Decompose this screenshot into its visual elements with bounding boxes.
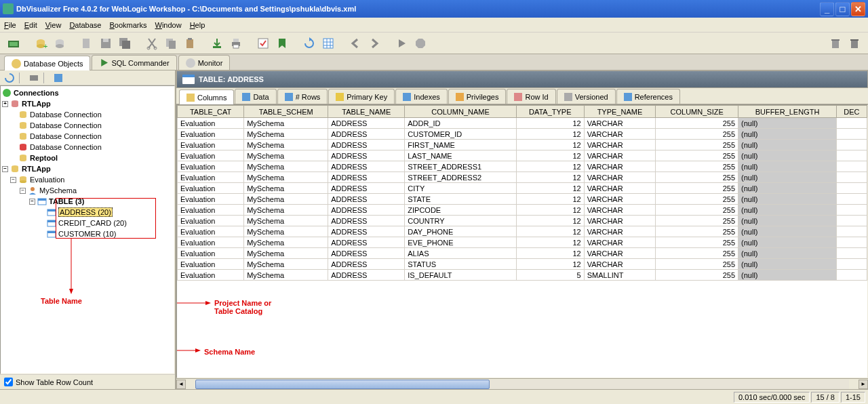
table-row[interactable]: EvaluationMySchemaADDRESSDAY_PHONE12VARC… (178, 226, 867, 237)
table-cell: 12 (516, 248, 584, 259)
column-header[interactable]: COLUMN_NAME (405, 106, 516, 118)
stop-icon[interactable] (412, 35, 429, 52)
table-cell: 255 (656, 194, 738, 205)
column-header[interactable]: TYPE_NAME (584, 106, 656, 118)
new-icon[interactable] (79, 35, 95, 52)
tab-data[interactable]: Data (235, 89, 276, 104)
main-tabbar: Database Objects SQL Commander Monitor (0, 54, 868, 70)
run-icon[interactable] (393, 35, 410, 52)
copy-icon[interactable] (163, 35, 179, 52)
scroll-left-button[interactable]: ◄ (176, 380, 186, 389)
tree-connections-root[interactable]: Connections (2, 87, 173, 98)
tab-monitor[interactable]: Monitor (178, 55, 231, 70)
trash-icon[interactable] (827, 35, 844, 52)
tab-versioned[interactable]: Versioned (557, 89, 616, 104)
table-row[interactable]: EvaluationMySchemaADDRESSADDR_ID12VARCHA… (178, 118, 867, 129)
table-row[interactable]: EvaluationMySchemaADDRESSIS_DEFAULT5SMAL… (178, 270, 867, 281)
tree-table-credit-card[interactable]: CREDIT_CARD (20) (2, 218, 173, 228)
table-row[interactable]: EvaluationMySchemaADDRESSZIPCODE12VARCHA… (178, 205, 867, 216)
column-header[interactable]: COLUMN_SIZE (656, 106, 738, 118)
check-icon[interactable] (255, 35, 271, 52)
column-header[interactable]: TABLE_SCHEM (244, 106, 328, 118)
tab-privileges[interactable]: Privileges (448, 89, 507, 104)
tab-columns[interactable]: Columns (179, 89, 234, 104)
save-icon[interactable] (98, 35, 114, 52)
export-icon[interactable] (209, 35, 225, 52)
tree-table-address[interactable]: ADDRESS (20) (2, 207, 173, 218)
table-cell: 255 (656, 205, 738, 216)
bookmark-icon[interactable] (274, 35, 290, 52)
cut-icon[interactable] (144, 35, 160, 52)
tree-expand-toggle[interactable]: −MySchema (2, 185, 173, 196)
table-cell: Evaluation (178, 248, 244, 259)
table-row[interactable]: EvaluationMySchemaADDRESSSTATE12VARCHAR2… (178, 194, 867, 205)
tree-connection-item[interactable]: Reptool (2, 153, 173, 163)
tree-expand-toggle[interactable]: −TABLE (3) (2, 196, 173, 207)
trash2-icon[interactable] (846, 35, 863, 52)
table-cell: VARCHAR (584, 118, 656, 129)
tree-connection-item[interactable]: −RTLApp (2, 163, 173, 174)
table-row[interactable]: EvaluationMySchemaADDRESSCUSTOMER_ID12VA… (178, 129, 867, 140)
add-connection-icon[interactable]: + (33, 35, 49, 52)
table-row[interactable]: EvaluationMySchemaADDRESSCITY12VARCHAR25… (178, 183, 867, 194)
scroll-track[interactable] (195, 380, 849, 389)
scroll-thumb[interactable] (195, 380, 490, 389)
column-header[interactable]: TABLE_CAT (178, 106, 244, 118)
menu-edit[interactable]: Edit (24, 21, 37, 29)
table-row[interactable]: EvaluationMySchemaADDRESSLAST_NAME12VARC… (178, 150, 867, 161)
table-cell: 12 (516, 194, 584, 205)
prev-icon[interactable] (347, 35, 363, 52)
table-cell: ADDRESS (328, 129, 405, 140)
tree-connection-item[interactable]: Database Connection (2, 109, 173, 120)
tree-connection-item[interactable]: Database Connection (2, 131, 173, 142)
next-icon[interactable] (366, 35, 382, 52)
table-row[interactable]: EvaluationMySchemaADDRESSSTREET_ADDRESS1… (178, 161, 867, 172)
tab-indexes[interactable]: Indexes (395, 89, 448, 104)
tab-references[interactable]: References (616, 89, 680, 104)
table-row[interactable]: EvaluationMySchemaADDRESSSTATUS12VARCHAR… (178, 259, 867, 270)
print-icon[interactable] (228, 35, 244, 52)
maximize-button[interactable]: □ (835, 2, 850, 16)
table-row[interactable]: EvaluationMySchemaADDRESSFIRST_NAME12VAR… (178, 140, 867, 150)
table-row[interactable]: EvaluationMySchemaADDRESSEVE_PHONE12VARC… (178, 237, 867, 248)
close-button[interactable]: ✕ (851, 2, 865, 16)
connect-icon[interactable] (5, 35, 22, 52)
menu-window[interactable]: Window (155, 21, 182, 29)
grid-container[interactable]: TABLE_CATTABLE_SCHEMTABLE_NAMECOLUMN_NAM… (176, 104, 868, 378)
table-row[interactable]: EvaluationMySchemaADDRESSCOUNTRY12VARCHA… (178, 216, 867, 226)
table-row[interactable]: EvaluationMySchemaADDRESSALIAS12VARCHAR2… (178, 248, 867, 259)
tab-rowid[interactable]: Row Id (507, 89, 555, 104)
menu-help[interactable]: Help (190, 21, 205, 29)
tree-connection-item[interactable]: Database Connection (2, 142, 173, 153)
tab-sql-commander[interactable]: SQL Commander (92, 55, 176, 70)
tree[interactable]: Connections +RTLAppDatabase ConnectionDa… (0, 85, 175, 374)
grid-icon[interactable] (320, 35, 336, 52)
tree-connection-item[interactable]: Database Connection (2, 120, 173, 131)
saveall-icon[interactable] (117, 35, 133, 52)
menu-view[interactable]: View (45, 21, 62, 29)
tab-rows[interactable]: # Rows (277, 89, 328, 104)
view-tree-icon[interactable] (53, 73, 64, 83)
tree-expand-toggle[interactable]: −Evaluation (2, 174, 173, 185)
column-header[interactable]: DATA_TYPE (516, 106, 584, 118)
column-header[interactable]: DEC (836, 106, 867, 118)
remove-connection-icon[interactable] (52, 35, 68, 52)
tree-table-customer[interactable]: CUSTOMER (10) (2, 228, 173, 239)
paste-icon[interactable] (182, 35, 198, 52)
refresh-tree-icon[interactable] (4, 73, 15, 83)
menu-database[interactable]: Database (69, 21, 101, 29)
tree-connection-item[interactable]: +RTLApp (2, 98, 173, 109)
tab-primary-key[interactable]: Primary Key (328, 89, 395, 104)
tab-database-objects[interactable]: Database Objects (4, 56, 90, 70)
scroll-right-button[interactable]: ► (859, 380, 868, 389)
horizontal-scrollbar[interactable]: ◄ ► (176, 378, 868, 389)
column-header[interactable]: TABLE_NAME (328, 106, 405, 118)
refresh-icon[interactable] (301, 35, 317, 52)
menu-file[interactable]: File (4, 21, 16, 29)
menu-bookmarks[interactable]: Bookmarks (109, 21, 146, 29)
show-row-count-checkbox[interactable] (4, 378, 13, 386)
column-header[interactable]: BUFFER_LENGTH (738, 106, 837, 118)
filter-tree-icon[interactable] (28, 73, 39, 83)
table-row[interactable]: EvaluationMySchemaADDRESSSTREET_ADDRESS2… (178, 172, 867, 183)
minimize-button[interactable]: _ (820, 2, 834, 16)
